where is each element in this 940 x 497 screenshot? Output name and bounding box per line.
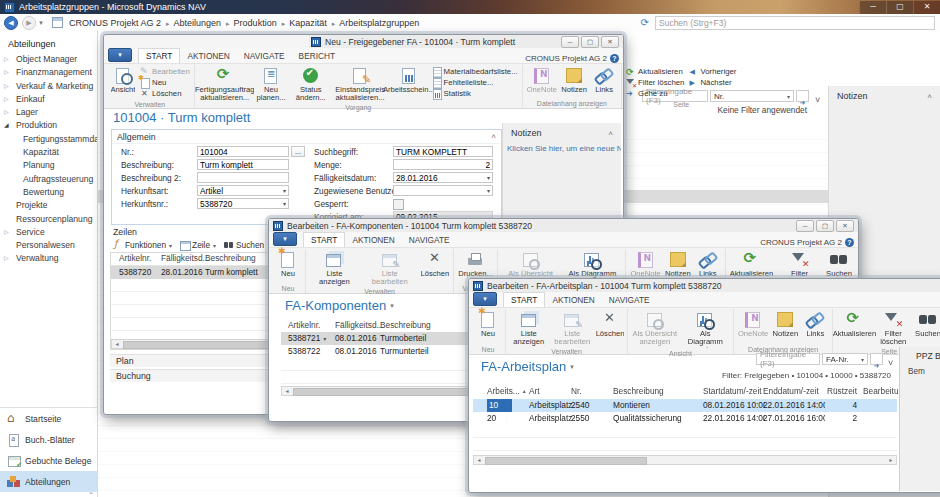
ribbon-button[interactable]: Liste anzeigen [508, 309, 550, 347]
ribbon-button[interactable]: Ansicht [108, 65, 138, 95]
ribbon-button[interactable]: Neu [473, 309, 503, 339]
activity-button[interactable]: Gebuchte Belege [0, 450, 97, 471]
breadcrumb-item[interactable]: Arbeitsplatzgruppen [337, 18, 426, 28]
ribbon-button-small[interactable]: Aktualisieren [626, 66, 684, 77]
maximize-button[interactable]: ▢ [886, 1, 913, 14]
ribbon-button-small[interactable]: Bearbeiten [140, 66, 190, 77]
column-header[interactable]: Art [529, 386, 540, 396]
list-page-title[interactable]: FA-Komponenten [285, 298, 394, 313]
search-input[interactable] [656, 17, 934, 29]
scroll-left-icon[interactable]: ◂ [474, 456, 484, 464]
lines-section-title[interactable]: Zeilen [113, 227, 137, 237]
field-nr[interactable] [197, 146, 289, 157]
fasttab-header[interactable]: Allgemein [112, 130, 501, 144]
app-menu-button[interactable] [273, 232, 297, 246]
tree-item[interactable]: Projekte [0, 199, 97, 212]
ribbon-button[interactable]: OneNote [628, 249, 662, 279]
ribbon-tab[interactable]: START [503, 292, 545, 307]
ribbon-button-small[interactable]: Statistik [432, 88, 518, 99]
factbox-title[interactable]: PPZ Be [900, 347, 940, 361]
activity-button[interactable]: Startseite [0, 408, 97, 429]
lines-toolbar-button[interactable]: Suchen [224, 240, 264, 250]
scrollbar-thumb[interactable] [485, 457, 647, 465]
field-beschreibung-2[interactable] [197, 172, 289, 183]
ribbon-button[interactable]: Als Übersicht anzeigen [630, 309, 680, 347]
column-header[interactable]: Beschreibung [613, 386, 664, 396]
tree-item[interactable]: Bewertung [0, 186, 97, 199]
lines-toolbar-button[interactable]: Funktionen [113, 240, 172, 250]
ribbon-button[interactable]: Neu planen... [253, 65, 290, 103]
column-header[interactable]: Arbeits... [487, 386, 526, 396]
tree-item[interactable]: Kapazität [0, 146, 97, 159]
ribbon-button[interactable]: Liste anzeigen [308, 249, 361, 287]
column-header[interactable]: Bearbeitung... [863, 386, 899, 396]
ribbon-button[interactable]: Aktualisieren [835, 309, 873, 339]
ribbon-button-small[interactable]: Vorheriger [688, 66, 736, 77]
ribbon-tab[interactable]: START [303, 232, 345, 247]
filter-go-button[interactable] [796, 90, 809, 102]
pane-resize-icon[interactable]: ⌄ [88, 488, 94, 496]
ribbon-button[interactable]: Notizen [770, 309, 800, 339]
field-benutzer-id[interactable] [393, 185, 493, 196]
tree-item[interactable]: Produktion [0, 119, 97, 132]
dialog-title-bar[interactable]: Neu - Freigegebener FA - 101004 · Turm k… [104, 35, 623, 48]
filter-input[interactable]: Filtereingabe (F3) [756, 353, 820, 365]
close-button[interactable]: ✕ [601, 36, 619, 48]
ribbon-button-small[interactable]: Filter löschen [626, 77, 684, 88]
assist-edit-button[interactable]: ... [291, 146, 305, 157]
ribbon-button[interactable]: Filter löschen [874, 309, 914, 347]
ribbon-tab[interactable]: AKTIONEN [545, 293, 601, 307]
field-faelligkeitsdatum[interactable] [393, 172, 493, 183]
ribbon-button[interactable]: Als Diagramm anzeigen [680, 309, 731, 349]
ribbon-button[interactable]: OneNote [525, 65, 559, 95]
activity-button[interactable]: Buch.-Blätter [0, 429, 97, 450]
activity-button[interactable]: Abteilungen [0, 471, 97, 492]
ribbon-button-small[interactable]: Neu [140, 77, 190, 88]
ribbon-button[interactable]: Liste bearbeiten [550, 309, 595, 347]
notes-panel-header[interactable]: Notizen [503, 123, 621, 138]
scroll-left-icon[interactable]: ◂ [112, 340, 122, 348]
breadcrumb-item[interactable]: CRONUS Projekt AG 2 [67, 18, 172, 28]
ribbon-tab[interactable]: AKTIONEN [180, 49, 236, 63]
tree-item[interactable]: Object Manager [0, 53, 97, 66]
tree-item[interactable]: Ressourcenplanung [0, 213, 97, 226]
column-header[interactable]: Beschreibung [205, 253, 256, 263]
scroll-left-icon[interactable]: ◂ [282, 387, 292, 395]
ribbon-button[interactable]: Links [693, 249, 723, 279]
scrollbar-thumb[interactable] [123, 341, 275, 349]
filter-expand-icon[interactable] [815, 89, 820, 107]
minimize-button[interactable]: ─ [796, 220, 814, 232]
ribbon-button-small[interactable]: Materialbedarfsliste... [432, 66, 518, 77]
column-header[interactable]: Fälligkeitsd... [161, 253, 209, 263]
field-herkunftsnr[interactable] [197, 198, 289, 209]
app-menu-button[interactable] [473, 292, 497, 306]
ribbon-button[interactable]: Links [800, 309, 830, 339]
refresh-icon[interactable]: ⟳ [641, 17, 649, 28]
add-note-link[interactable]: Klicken Sie hier, um eine neue Notiz... [503, 138, 621, 153]
history-dropdown-icon[interactable]: ▾ [36, 19, 46, 27]
horizontal-scrollbar[interactable]: ◂ ▸ [473, 455, 897, 465]
column-header[interactable]: Beschreibung [380, 320, 431, 330]
column-header[interactable]: Artikelnr. [119, 253, 151, 263]
ribbon-tab[interactable]: BERICHT [292, 49, 342, 63]
expand-icon[interactable] [4, 80, 14, 93]
app-menu-button[interactable] [108, 48, 132, 62]
expand-icon[interactable] [4, 252, 14, 265]
ribbon-button[interactable]: Löschen [419, 249, 452, 279]
column-header[interactable]: Fälligkeitsd... [335, 320, 383, 330]
dialog-title-bar[interactable]: Bearbeiten - FA-Arbeitsplan - 101004 Tur… [469, 279, 940, 292]
ribbon-tab[interactable]: NAVIGATE [602, 293, 657, 307]
ribbon-button[interactable]: Status ändern... [289, 65, 332, 103]
ribbon-button[interactable]: Neu [273, 249, 303, 279]
ribbon-button[interactable]: Suchen [913, 309, 940, 339]
ribbon-button-small[interactable]: Löschen [140, 88, 190, 99]
close-button[interactable]: ✕ [836, 220, 854, 232]
column-header[interactable]: Artikelnr. [288, 320, 320, 330]
ribbon-tab[interactable]: AKTIONEN [345, 233, 401, 247]
minimize-button[interactable]: ─ [859, 1, 886, 14]
tree-item[interactable]: Lager [0, 106, 97, 119]
list-page-title[interactable]: FA-Arbeitsplan [481, 359, 574, 374]
field-herkunftsart[interactable] [197, 185, 289, 196]
tree-item[interactable]: Personalwesen [0, 239, 97, 252]
ribbon-tab[interactable]: START [138, 48, 180, 63]
